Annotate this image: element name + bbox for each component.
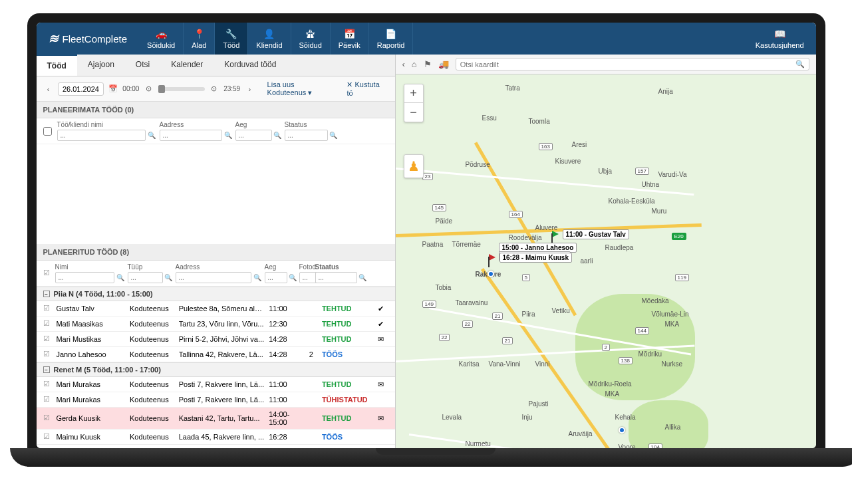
tab-ajajoon[interactable]: Ajajoon — [77, 55, 125, 76]
flag-icon — [552, 231, 559, 237]
map-search[interactable]: 🔍 — [456, 58, 809, 70]
collapse-icon[interactable]: − — [43, 366, 50, 373]
unplanned-header: PLANEERIMATA TÖÖD (0) — [37, 102, 395, 118]
truck-icon[interactable]: 🚚 — [438, 59, 449, 69]
nav-sõidud[interactable]: 🛣Sõidud — [291, 23, 331, 55]
nav-alad[interactable]: 📍Alad — [184, 23, 215, 55]
add-new-link[interactable]: Lisa uus Koduteenus ▾ — [263, 80, 339, 97]
time-slider[interactable] — [158, 87, 205, 91]
map-town-label: Mõdriku — [639, 350, 662, 358]
table-row[interactable]: ☑Gerda KuusikKoduteenusKastani 42, Tartu… — [37, 408, 395, 430]
tab-korduvad tööd[interactable]: Korduvad tööd — [213, 55, 287, 76]
table-row[interactable]: ☑Mati MaasikasKoduteenusTartu 23, Võru l… — [37, 316, 395, 332]
map-town-label: Nurmetu — [466, 440, 491, 447]
route-badge: 21 — [492, 313, 503, 320]
filter-time[interactable] — [235, 130, 273, 141]
delete-link[interactable]: ✕ Kustuta tö — [343, 80, 388, 97]
filter-time[interactable] — [265, 272, 287, 283]
search-icon[interactable]: 🔍 — [795, 60, 805, 68]
table-row[interactable]: ☑Mari MurakasKoduteenusPosti 7, Rakvere … — [37, 392, 395, 408]
filter-name[interactable] — [57, 130, 146, 141]
map-town-label: Inju — [522, 414, 533, 421]
flag-icon[interactable]: ⚑ — [424, 59, 432, 69]
select-all-unplanned[interactable] — [43, 127, 52, 136]
home-icon[interactable]: ⌂ — [412, 59, 417, 69]
route-badge: 163 — [539, 143, 553, 150]
streetview-pegman[interactable]: ♟ — [404, 154, 424, 178]
calendar-icon[interactable]: 📅 — [108, 83, 118, 95]
collapse-icon[interactable]: − — [43, 291, 50, 297]
route-badge: 21 — [502, 337, 513, 344]
row-checkbox[interactable]: ☑ — [43, 350, 53, 359]
group-header[interactable]: −Piia N (4 Tööd, 11:00 - 15:00) — [37, 287, 395, 301]
tab-otsi[interactable]: Otsi — [125, 55, 160, 76]
cell-name: Maimu Kuusk — [56, 433, 126, 441]
map-marker[interactable]: 16:28 - Maimu Kuusk — [489, 254, 496, 261]
table-row[interactable]: ☑Janno LahesooKoduteenusTallinna 42, Rak… — [37, 347, 395, 362]
time-start-pick[interactable]: ⊙ — [143, 83, 154, 95]
nav-tööd[interactable]: 🔧Tööd — [215, 23, 248, 55]
map-marker[interactable]: 11:00 - Gustav Talv — [552, 231, 559, 237]
search-icon[interactable]: 🔍 — [116, 273, 124, 283]
map-back-icon[interactable]: ‹ — [402, 59, 405, 69]
logo-icon: ≋ — [49, 31, 59, 46]
next-day-button[interactable]: › — [244, 83, 255, 95]
filter-type[interactable] — [128, 272, 164, 283]
route-badge: 22 — [462, 320, 474, 328]
search-icon[interactable]: 🔍 — [358, 273, 367, 283]
row-checkbox[interactable]: ☑ — [43, 395, 53, 404]
row-checkbox[interactable]: ☑ — [43, 432, 53, 441]
row-checkbox[interactable]: ☑ — [43, 414, 53, 423]
table-row[interactable]: ☑Mari MurakasKoduteenusPosti 7, Rakvere … — [37, 377, 395, 392]
filter-addr[interactable] — [160, 130, 222, 141]
map-town-label: Kisuvere — [555, 158, 581, 165]
unplanned-empty-area — [37, 144, 395, 244]
cell-time: 14:28 — [269, 350, 301, 358]
nav-raportid[interactable]: 📄Raportid — [369, 23, 414, 55]
cell-status: TEHTUD — [322, 335, 374, 343]
filter-status[interactable] — [315, 272, 357, 283]
zoom-out-button[interactable]: − — [404, 103, 423, 122]
filter-addr[interactable] — [176, 272, 251, 283]
group-header[interactable]: −Renet M (5 Tööd, 11:00 - 17:00) — [37, 362, 395, 377]
help-link[interactable]: 📖 Kasutusjuhend — [744, 29, 816, 49]
table-row[interactable]: ☑Maimu KuuskKoduteenusLaada 45, Rakvere … — [37, 430, 395, 445]
search-icon[interactable]: 🔍 — [223, 130, 233, 141]
route-badge: 145 — [432, 204, 446, 211]
search-icon[interactable]: 🔍 — [289, 273, 297, 283]
cell-extra-icon: ✉ — [378, 335, 388, 344]
tab-tööd[interactable]: Tööd — [37, 55, 77, 76]
row-checkbox[interactable]: ☑ — [43, 380, 53, 389]
search-icon[interactable]: 🔍 — [253, 273, 262, 283]
row-checkbox[interactable]: ☑ — [43, 334, 53, 344]
zoom-in-button[interactable]: + — [404, 84, 423, 103]
cell-addr: Kastani 42, Tartu, Tartu... — [179, 414, 265, 422]
nav-kliendid[interactable]: 👤Kliendid — [248, 23, 291, 55]
search-icon[interactable]: 🔍 — [273, 130, 281, 141]
map-town-label: Pajusti — [529, 400, 549, 408]
search-icon[interactable]: 🔍 — [147, 130, 156, 141]
map-search-input[interactable] — [460, 61, 795, 68]
search-icon[interactable]: 🔍 — [164, 273, 172, 283]
select-all-planned[interactable]: ☑ — [43, 269, 53, 278]
map-town-label: Tobia — [436, 284, 452, 291]
cell-type: Koduteenus — [130, 305, 175, 313]
flag-icon — [489, 254, 496, 261]
row-checkbox[interactable]: ☑ — [43, 319, 53, 328]
tab-kalender[interactable]: Kalender — [160, 55, 213, 76]
table-row[interactable]: ☑Mari MustikasKoduteenusPirni 5-2, Jõhvi… — [37, 332, 395, 347]
map-dot[interactable] — [619, 427, 625, 434]
filter-status[interactable] — [285, 130, 328, 141]
filter-name[interactable] — [55, 272, 115, 283]
table-row[interactable]: ☑Gustav TalvKoduteenusPulestee 8a, Sõmer… — [37, 301, 395, 316]
prev-day-button[interactable]: ‹ — [43, 83, 54, 95]
time-end-pick[interactable]: ⊙ — [209, 83, 219, 95]
nav-sõidukid[interactable]: 🚗Sõidukid — [139, 23, 184, 55]
map-town-label: Nurkse — [662, 360, 683, 368]
map-surface[interactable]: TatraEssuToomlaAnijaAresiKisuvereUbjaPõd… — [396, 74, 816, 448]
date-input[interactable]: 26.01.2024 — [58, 82, 104, 96]
map-dot[interactable] — [488, 271, 494, 277]
nav-päevik[interactable]: 📅Päevik — [331, 23, 369, 55]
row-checkbox[interactable]: ☑ — [43, 304, 53, 313]
search-icon[interactable]: 🔍 — [329, 130, 338, 141]
